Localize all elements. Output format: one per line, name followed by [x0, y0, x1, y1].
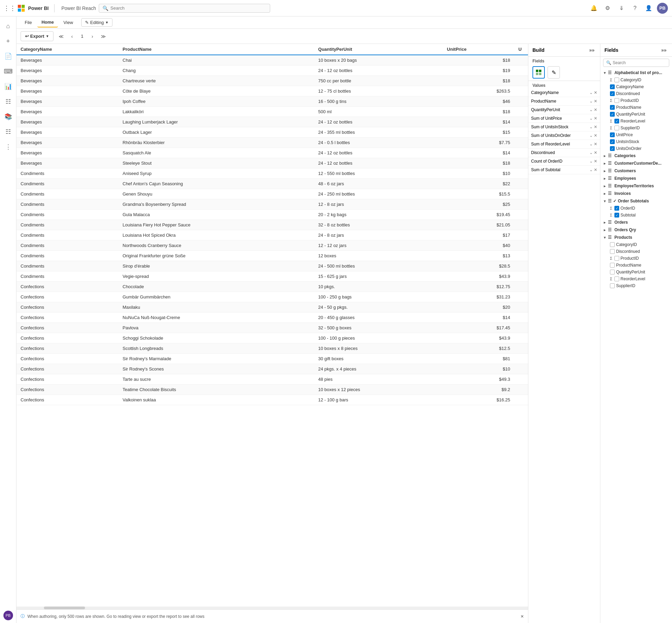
tree-item[interactable]: Σ✓ReorderLevel: [600, 118, 672, 125]
item-checkbox[interactable]: ✓: [610, 91, 615, 96]
build-value-icons[interactable]: ⌄ ✕: [589, 167, 597, 172]
sidebar-lineage-icon[interactable]: ⋮: [1, 140, 15, 154]
fields-expand-icon[interactable]: »»: [660, 47, 668, 54]
sidebar-data-icon[interactable]: ⌨: [1, 64, 15, 78]
tree-item[interactable]: ✓ProductName: [600, 104, 672, 111]
tree-item[interactable]: ✓UnitsOnOrder: [600, 145, 672, 152]
build-value-row[interactable]: ProductName⌄ ✕: [528, 97, 600, 106]
tree-group-header[interactable]: ▼ ☰ ✓ Order Subtotals: [600, 197, 672, 205]
account-icon[interactable]: 👤: [643, 3, 654, 14]
table-scroll[interactable]: CategoryName ProductName QuantityPerUnit…: [16, 44, 528, 605]
build-value-icons[interactable]: ⌄ ✕: [589, 150, 597, 155]
item-checkbox[interactable]: [610, 249, 615, 254]
item-checkbox[interactable]: ✓: [614, 213, 619, 218]
build-value-row[interactable]: Sum of UnitsOnOrder⌄ ✕: [528, 131, 600, 140]
page-prev-btn[interactable]: ‹: [67, 32, 77, 41]
tree-group-header[interactable]: ▼ ☰ Alphabetical list of pro...: [600, 69, 672, 77]
edit-viz-icon[interactable]: ✎: [548, 66, 560, 79]
ribbon-tab-file[interactable]: File: [21, 18, 36, 27]
tree-item[interactable]: ΣSupplierID: [600, 125, 672, 131]
col-header-qty[interactable]: QuantityPerUnit: [314, 44, 443, 55]
export-button[interactable]: ↩ Export ▼: [21, 31, 53, 41]
build-value-row[interactable]: QuantityPerUnit⌄ ✕: [528, 106, 600, 114]
col-header-category[interactable]: CategoryName: [16, 44, 119, 55]
item-checkbox[interactable]: ✓: [610, 112, 615, 117]
tree-item[interactable]: SupplierID: [600, 282, 672, 289]
build-value-row[interactable]: Sum of UnitPrice⌄ ✕: [528, 114, 600, 123]
tree-item[interactable]: ΣReorderLevel: [600, 275, 672, 282]
build-value-row[interactable]: Sum of Subtotal⌄ ✕: [528, 166, 600, 174]
col-header-product[interactable]: ProductName: [119, 44, 314, 55]
item-checkbox[interactable]: ✓: [614, 119, 619, 124]
notifications-icon[interactable]: 🔔: [588, 3, 599, 14]
horizontal-scrollbar[interactable]: [16, 607, 528, 609]
tree-item[interactable]: ✓Discontinued: [600, 90, 672, 97]
build-expand-icon[interactable]: »»: [588, 47, 596, 54]
tree-group-header[interactable]: ► ☰ Orders Qry: [600, 226, 672, 234]
build-value-row[interactable]: CategoryName⌄ ✕: [528, 89, 600, 97]
build-value-icons[interactable]: ⌄ ✕: [589, 133, 597, 138]
editing-button[interactable]: ✎ Editing ▼: [81, 18, 112, 27]
global-search-bar[interactable]: 🔍: [99, 4, 270, 13]
sidebar-apps-icon[interactable]: ☷: [1, 95, 15, 108]
sidebar-learn-icon[interactable]: 📚: [1, 110, 15, 124]
build-value-row[interactable]: Sum of ReorderLevel⌄ ✕: [528, 140, 600, 149]
tree-group-header[interactable]: ▼ ☰ Products: [600, 234, 672, 241]
item-checkbox[interactable]: [614, 126, 619, 130]
item-checkbox[interactable]: [614, 256, 619, 261]
build-value-icons[interactable]: ⌄ ✕: [589, 99, 597, 104]
fields-search-input[interactable]: [613, 60, 666, 65]
build-value-icons[interactable]: ⌄ ✕: [589, 107, 597, 112]
sidebar-browse-icon[interactable]: 📄: [1, 49, 15, 63]
build-value-row[interactable]: Discontinued⌄ ✕: [528, 149, 600, 157]
tree-group-header[interactable]: ► ☰ Orders: [600, 219, 672, 226]
item-checkbox[interactable]: ✓: [610, 146, 615, 151]
item-checkbox[interactable]: [614, 78, 619, 82]
ribbon-tab-view[interactable]: View: [59, 18, 77, 27]
settings-icon[interactable]: ⚙: [602, 3, 613, 14]
build-value-icons[interactable]: ⌄ ✕: [589, 116, 597, 121]
item-checkbox[interactable]: ✓: [610, 139, 615, 144]
tree-group-header[interactable]: ► ☰ EmployeeTerritories: [600, 182, 672, 190]
page-first-btn[interactable]: ≪: [56, 32, 66, 41]
item-checkbox[interactable]: [610, 242, 615, 247]
tree-group-header[interactable]: ► ☰ Invoices: [600, 190, 672, 197]
group-checkbox[interactable]: ✓: [613, 199, 616, 203]
col-header-u[interactable]: U: [514, 44, 528, 55]
build-value-icons[interactable]: ⌄ ✕: [589, 90, 597, 95]
col-header-price[interactable]: UnitPrice: [443, 44, 514, 55]
tree-item[interactable]: CategoryID: [600, 241, 672, 248]
ribbon-tab-home[interactable]: Home: [37, 17, 58, 27]
item-checkbox[interactable]: [614, 98, 619, 103]
page-next-btn[interactable]: ›: [87, 32, 97, 41]
tree-item[interactable]: ✓QuantityPerUnit: [600, 111, 672, 118]
sidebar-monitor-icon[interactable]: 📊: [1, 80, 15, 93]
tree-item[interactable]: Σ✓Subtotal: [600, 212, 672, 219]
tree-item[interactable]: ✓CategoryName: [600, 83, 672, 90]
global-search-input[interactable]: [110, 5, 266, 11]
tree-item[interactable]: ProductName: [600, 262, 672, 269]
tree-item[interactable]: Discontinued: [600, 248, 672, 255]
info-close-button[interactable]: ✕: [520, 614, 524, 619]
item-checkbox[interactable]: [610, 263, 615, 268]
build-value-icons[interactable]: ⌄ ✕: [589, 142, 597, 146]
tree-item[interactable]: Σ✓OrderID: [600, 205, 672, 212]
tree-group-header[interactable]: ► ☰ CustomerCustomerDe...: [600, 160, 672, 167]
sidebar-home-icon[interactable]: ⌂: [1, 19, 15, 33]
build-value-row[interactable]: Sum of UnitsInStock⌄ ✕: [528, 123, 600, 131]
tree-item[interactable]: ✓UnitsInStock: [600, 138, 672, 145]
sidebar-create-icon[interactable]: +: [1, 34, 15, 48]
avatar[interactable]: PB: [657, 3, 668, 14]
scrollbar-thumb[interactable]: [44, 607, 85, 609]
tree-group-header[interactable]: ► ☰ Categories: [600, 152, 672, 160]
tree-item[interactable]: ΣCategoryID: [600, 77, 672, 83]
build-value-icons[interactable]: ⌄ ✕: [589, 125, 597, 129]
table-viz-icon[interactable]: [532, 66, 545, 79]
item-checkbox[interactable]: [610, 270, 615, 274]
tree-group-header[interactable]: ► ☰ Employees: [600, 175, 672, 182]
tree-group-header[interactable]: ► ☰ Customers: [600, 167, 672, 175]
item-checkbox[interactable]: ✓: [614, 206, 619, 211]
build-value-icons[interactable]: ⌄ ✕: [589, 159, 597, 164]
download-icon[interactable]: ⇓: [616, 3, 627, 14]
item-checkbox[interactable]: [610, 283, 615, 288]
